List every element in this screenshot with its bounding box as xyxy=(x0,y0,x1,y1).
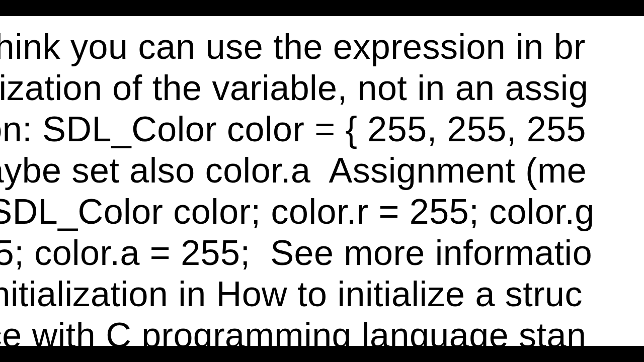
text-line: : I think you can use the expression in … xyxy=(0,26,644,67)
text-line: maybe set also color.a Assignment (me xyxy=(0,150,644,191)
text-line: ct initialization in How to initialize a… xyxy=(0,274,644,315)
text-line: ation: SDL_Color color = { 255, 255, 255 xyxy=(0,109,644,150)
body-text: : I think you can use the expression in … xyxy=(0,26,644,346)
screenshot-frame: : I think you can use the expression in … xyxy=(0,0,644,362)
text-line: r): SDL_Color color; color.r = 255; colo… xyxy=(0,191,644,232)
content-area: : I think you can use the expression in … xyxy=(0,16,644,346)
text-line: itialization of the variable, not in an … xyxy=(0,67,644,109)
text-line: 255; color.a = 255; See more informatio xyxy=(0,232,644,274)
text-line: ance with C programming language stan xyxy=(0,315,644,346)
